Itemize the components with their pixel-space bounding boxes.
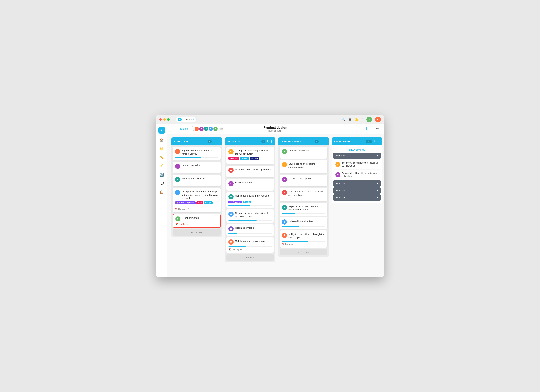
task-card[interactable]: J Improve the contrast to make Jared hap… [173, 147, 220, 160]
member-avatar-4[interactable]: D [208, 126, 213, 131]
task-card[interactable]: T Timeline interaction [280, 147, 327, 159]
add-task-completed-button[interactable]: + [373, 140, 375, 143]
more-icon[interactable]: ••• [376, 127, 379, 131]
member-more-badge[interactable]: +8 [220, 128, 223, 130]
week-group-24[interactable]: Week 24 ▾ [333, 152, 381, 159]
column-menu-ideas-button[interactable]: ⋮ [217, 140, 220, 143]
task-card[interactable]: I Icons for the dashboard [173, 175, 220, 186]
task-card[interactable]: A Ability to request leave through the m… [280, 231, 327, 247]
timer-pill[interactable]: ▶ 1:36:52 ℹ [176, 117, 196, 122]
column-menu-completed-button[interactable]: ⋮ [377, 140, 380, 143]
split-view-icon[interactable]: ▣ [348, 117, 351, 121]
task-card[interactable]: R Roadmap timeline [226, 224, 274, 236]
show-all-weeks-link[interactable]: Show all weeks [333, 147, 381, 152]
member-avatar-2[interactable]: B [199, 126, 204, 131]
list-icon[interactable]: ☰ [371, 127, 374, 131]
task-progress-bar [229, 233, 237, 234]
task-progress [229, 220, 272, 221]
column-menu-indesign-button[interactable]: ⋮ [270, 140, 273, 143]
sidebar-item-reports[interactable]: 📋 [158, 188, 165, 196]
task-card[interactable]: F Filters for sprints [226, 179, 274, 191]
avatar: H [175, 164, 180, 169]
task-progress-bar [282, 171, 301, 171]
task-card[interactable]: D Design new illustrations for the app o… [173, 188, 220, 212]
task-card[interactable]: M Mobile geofencing imprevements ⚡ Job s… [226, 192, 274, 208]
avatar: W [282, 190, 287, 195]
task-card[interactable]: W Work breaks feature assets, texts and … [280, 188, 327, 201]
add-task-ideas-button[interactable]: + [213, 140, 215, 143]
task-card[interactable]: U Update mobile onboarding screens [226, 166, 274, 177]
task-card-overdue[interactable]: S Slider animation 📅 Due Today [173, 214, 220, 228]
close-button[interactable] [159, 118, 162, 121]
task-card[interactable]: H Header illustration [173, 161, 220, 173]
bell-icon[interactable]: 🔔 [354, 117, 358, 121]
sidebar-item-activity[interactable]: ⚡ [158, 162, 165, 170]
sidebar-item-messages[interactable]: 💬 [158, 180, 165, 187]
search-icon[interactable]: 🔍 [341, 117, 345, 121]
member-avatar-1[interactable]: A [194, 126, 199, 131]
task-progress-bar [175, 184, 184, 184]
breadcrumb[interactable]: ← ← Projects [171, 127, 188, 130]
add-task-button-ideas[interactable]: Add a task [173, 229, 220, 236]
column-indev: IN DEVELOPMENT 7 + ⋮ T Timeline interact… [278, 137, 329, 257]
member-avatar-5[interactable]: E [213, 126, 218, 131]
avatar: C [229, 211, 234, 216]
due-today-label: Due Today [179, 223, 188, 225]
maximize-button[interactable] [167, 118, 170, 121]
task-card[interactable]: F Friday product update [280, 175, 327, 186]
completed-task[interactable]: R Replace deashboard icons with more col… [333, 170, 381, 180]
sidebar-item-edit[interactable]: ✏️ [158, 154, 165, 161]
add-task-indesign-button[interactable]: + [267, 140, 269, 143]
completed-task-header: R Replace deashboard icons with more col… [335, 172, 379, 178]
task-card[interactable]: I Indicate Routes loading [280, 217, 327, 229]
task-card[interactable]: R Replace deashboard icons with more col… [280, 203, 327, 216]
task-progress-bar [175, 171, 192, 171]
project-subtitle: Hubstaff Tasks [264, 130, 287, 132]
task-card[interactable]: C Change the look and position of the "S… [226, 147, 274, 164]
task-card[interactable]: M Mobile responsive stand-ups 📅 Due Aug … [226, 237, 274, 253]
task-progress [175, 184, 218, 184]
task-header: C Change the look and position of the "S… [229, 211, 272, 218]
topbar-right: ⏸ ☰ ••• [365, 126, 379, 131]
column-header-ideas: IDEAS/TASKS 5 + ⋮ [171, 137, 222, 146]
app-logo[interactable]: ✦ [159, 127, 165, 134]
task-progress [175, 157, 218, 158]
back-arrow[interactable]: ‹ [173, 117, 174, 121]
completed-task-title: Replace deashboard icons with more color… [342, 172, 379, 178]
sidebar-item-tasks[interactable]: ☑️ [158, 171, 165, 178]
sidebar-item-projects[interactable]: 📁 [158, 145, 165, 152]
task-progress [282, 184, 325, 184]
completed-task[interactable]: A The account settings screen needs to b… [333, 160, 381, 169]
week-group-25[interactable]: Week 25 ▾ [333, 180, 381, 187]
task-due: 📅 Due Aug 12 [229, 248, 272, 251]
task-header: C Change the look and position of the "S… [229, 149, 272, 156]
pause-icon[interactable]: ⏸ [365, 126, 369, 131]
avatar: A [335, 162, 340, 167]
task-card[interactable]: L Layout sizing and spacing standardizat… [280, 160, 327, 173]
task-progress [282, 199, 325, 199]
user-initial-avatar[interactable]: K [375, 117, 381, 122]
week-group-27[interactable]: Week 27 ▾ [333, 194, 381, 201]
member-avatar-3[interactable]: C [204, 126, 209, 131]
add-task-indev-button[interactable]: + [320, 140, 322, 143]
task-progress-bar [229, 205, 250, 206]
week-group-26[interactable]: Week 26 ▾ [333, 187, 381, 194]
add-task-button-indesign[interactable]: Add a task [226, 254, 274, 261]
minimize-button[interactable] [163, 118, 166, 121]
task-header: U Update mobile onboarding screens [229, 168, 272, 173]
user-avatar[interactable]: U [366, 117, 372, 122]
task-card[interactable]: C Change the look and position of the "S… [226, 209, 274, 222]
column-body-indesign: C Change the look and position of the "S… [225, 146, 275, 262]
add-task-button-indev[interactable]: Add a task [280, 249, 327, 255]
sidebar-item-home[interactable]: 🏠 [158, 136, 165, 144]
task-header: W Work breaks feature assets, texts and … [282, 190, 325, 196]
column-menu-indev-button[interactable]: ⋮ [323, 140, 326, 143]
task-progress [175, 171, 218, 171]
task-progress [229, 246, 272, 247]
task-title: Ability to request leave through the mob… [288, 233, 325, 239]
task-progress-bar [282, 156, 312, 156]
column-count-ideas: 5 [208, 140, 212, 143]
grid-icon[interactable]: ⣿ [361, 117, 364, 121]
add-member-button[interactable]: + [190, 126, 195, 131]
task-tags: ⚡ Job sites Mobile [229, 201, 272, 203]
